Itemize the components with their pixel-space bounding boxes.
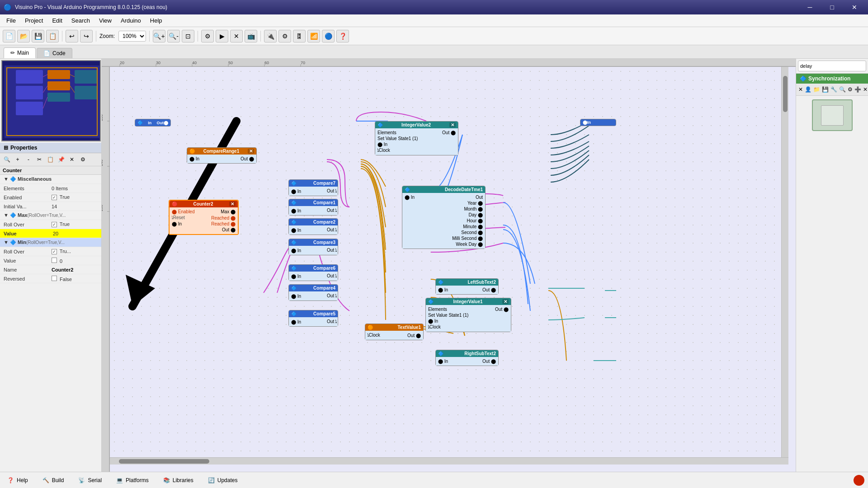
rp-delete-btn[interactable]: ✕ <box>863 84 868 94</box>
svg-rect-5 <box>47 70 70 79</box>
prop-settings-btn[interactable]: ⚙ <box>78 155 88 164</box>
prop-expand-btn[interactable]: + <box>13 155 23 164</box>
node-compare6[interactable]: 🔷 Compare6 ⬤ In Out 𝅘𝅥𝅮 <box>288 264 338 281</box>
node-integervalue2[interactable]: 🔷 IntegerValue2 ✕ Elements Out ⬤ Set Val… <box>375 121 458 155</box>
delete-button[interactable]: ✕ <box>230 30 243 42</box>
board-settings[interactable]: 🎛 <box>293 30 306 42</box>
zoom-select[interactable]: 100% 75% 50% 150% 200% <box>118 31 146 42</box>
min-rollover-checkbox[interactable] <box>52 249 57 254</box>
prop-paste-btn[interactable]: 📌 <box>56 155 66 164</box>
prop-collapse-btn[interactable]: - <box>24 155 33 164</box>
max-rollover-checkbox[interactable] <box>52 222 57 227</box>
arduino-select[interactable]: 🔌 <box>264 30 277 42</box>
new-button[interactable]: 📄 <box>3 30 15 42</box>
node-compare7[interactable]: 🔷 Compare7 ⬤ In Out 𝅘𝅥𝅮 <box>288 179 338 196</box>
rp-close-btn[interactable]: ✕ <box>798 84 803 94</box>
menu-project[interactable]: Project <box>20 15 47 26</box>
node-decodedatetime1[interactable]: 🔷 DecodeDateTme1 ⬤ In Out Year ⬤ Month ⬤ <box>402 186 486 249</box>
canvas-thumbnail[interactable] <box>1 60 101 141</box>
save-button[interactable]: 💾 <box>32 30 44 42</box>
redo-button[interactable]: ↪ <box>80 30 93 42</box>
prop-initial-value[interactable]: Initial Va... 14 <box>0 202 101 211</box>
node-leftsubtext2[interactable]: 🔷 LeftSubText2 ⬤ In Out ⬤ <box>435 278 499 295</box>
menu-search[interactable]: Search <box>67 15 94 26</box>
prop-max-rollover[interactable]: Roll Over True <box>0 220 101 229</box>
canvas-area[interactable]: 20 30 40 50 60 70 130 140 150 <box>102 59 796 472</box>
right-search-input[interactable] <box>798 61 866 71</box>
open-button[interactable]: 📂 <box>17 30 30 42</box>
canvas-content[interactable]: 🔷 In Out⬤ ⬤In 🟠 CompareRange1 ✕ <box>110 67 788 465</box>
zoom-out-button[interactable]: 🔍- <box>167 30 180 42</box>
upload-button[interactable]: ▶ <box>216 30 228 42</box>
maximize-button[interactable]: □ <box>822 0 842 14</box>
status-platforms[interactable]: 💻 Platforms <box>113 475 152 485</box>
svg-text:20: 20 <box>120 61 124 65</box>
prop-reversed[interactable]: Reversed False <box>0 274 101 283</box>
menu-edit[interactable]: Edit <box>47 15 66 26</box>
status-libraries[interactable]: 📚 Libraries <box>160 475 197 485</box>
prop-max-value[interactable]: Value 20 <box>0 229 101 238</box>
prop-max-section[interactable]: ▼ 🔷 Max (RollOver=True,V... <box>0 211 101 220</box>
minimize-button[interactable]: ─ <box>800 0 820 14</box>
status-stop-btn[interactable] <box>854 475 864 486</box>
node-compare5[interactable]: 🔷 Compare5 ⬤ In Out 𝅘𝅥𝅮 <box>288 310 338 327</box>
settings-button[interactable]: ⚙ <box>278 30 291 42</box>
tab-main[interactable]: ✏ Main <box>4 47 36 58</box>
menu-file[interactable]: File <box>2 15 20 26</box>
prop-enabled[interactable]: Enabled True <box>0 193 101 202</box>
prop-elements[interactable]: Elements 0 Items <box>0 184 101 193</box>
node-top-left[interactable]: 🔷 In Out⬤ <box>135 119 171 127</box>
vertical-scrollbar[interactable] <box>781 67 788 457</box>
wifi-button[interactable]: 📶 <box>307 30 320 42</box>
menu-arduino[interactable]: Arduino <box>116 15 146 26</box>
prop-min-rollover[interactable]: Roll Over Tru... <box>0 247 101 256</box>
rp-search-btn[interactable]: 🔍 <box>839 84 846 94</box>
reversed-checkbox[interactable] <box>52 276 57 281</box>
help-button[interactable]: ❓ <box>336 30 349 42</box>
node-compare1[interactable]: 🔷 Compare1 ⬤ In Out 𝅘𝅥𝅮 <box>288 199 338 216</box>
status-help[interactable]: ❓ Help <box>4 475 32 485</box>
rp-gear-btn[interactable]: ⚙ <box>847 84 853 94</box>
serial-monitor-button[interactable]: 📺 <box>245 30 257 42</box>
rp-save-btn[interactable]: 💾 <box>821 84 829 94</box>
node-top-right[interactable]: ⬤In <box>580 119 616 126</box>
zoom-in-button[interactable]: 🔍+ <box>153 30 165 42</box>
enabled-checkbox[interactable] <box>52 195 57 200</box>
horizontal-scrollbar[interactable] <box>110 457 788 465</box>
menu-view[interactable]: View <box>94 15 116 26</box>
node-compare3[interactable]: 🔷 Compare3 ⬤ In Out 𝅘𝅥𝅮 <box>288 239 338 255</box>
prop-miscellaneous[interactable]: ▼ 🔷 Miscellaneous <box>0 175 101 184</box>
bluetooth-button[interactable]: 🔵 <box>322 30 335 42</box>
rp-settings-btn[interactable]: 🔧 <box>830 84 838 94</box>
undo-button[interactable]: ↩ <box>66 30 78 42</box>
node-counter2[interactable]: 🔴 Counter2 ✕ ⬤ Enabled Max ⬤ 𝅘𝅥𝅮 Reset R… <box>169 200 239 235</box>
zoom-fit-button[interactable]: ⊡ <box>182 30 194 42</box>
node-textvalue1[interactable]: 🟠 TextValue1 𝅘𝅥𝅮 Clock Out ⬤ <box>365 324 424 340</box>
node-compare4[interactable]: 🔷 Compare4 ⬤ In Out 𝅘𝅥𝅮 <box>288 284 338 301</box>
rp-folder-btn[interactable]: 📁 <box>813 84 821 94</box>
compile-button[interactable]: ⚙ <box>201 30 214 42</box>
prop-cut-btn[interactable]: ✂ <box>34 155 44 164</box>
prop-min-section[interactable]: ▼ 🔷 Min (RollOver=True,V... <box>0 238 101 247</box>
rp-add-btn[interactable]: ➕ <box>854 84 862 94</box>
node-integervalue1[interactable]: 🔷 IntegerValue1 ✕ Elements Out ⬤ Set Val… <box>425 298 511 332</box>
prop-search-btn[interactable]: 🔍 <box>2 155 12 164</box>
close-button[interactable]: ✕ <box>844 0 864 14</box>
min-value-checkbox[interactable] <box>52 258 57 263</box>
scrollbar-thumb[interactable] <box>119 459 209 464</box>
prop-copy-btn[interactable]: 📋 <box>45 155 55 164</box>
node-rightsubtext2[interactable]: 🔷 RightSubText2 ⬤ In Out ⬤ <box>435 350 499 366</box>
menu-help[interactable]: Help <box>146 15 167 26</box>
status-build[interactable]: 🔨 Build <box>39 475 68 485</box>
node-comparerange1[interactable]: 🟠 CompareRange1 ✕ ⬤ In Out ⬤ <box>187 147 257 164</box>
prop-name[interactable]: Name Counter2 <box>0 265 101 274</box>
prop-delete-btn[interactable]: ✕ <box>67 155 77 164</box>
tab-code[interactable]: 📄 Code <box>37 48 72 58</box>
save-as-button[interactable]: 📋 <box>46 30 59 42</box>
status-updates[interactable]: 🔄 Updates <box>204 475 241 485</box>
rp-user-btn[interactable]: 👤 <box>804 84 812 94</box>
node-compare2[interactable]: 🔷 Compare2 ⬤ In Out 𝅘𝅥𝅮 <box>288 218 338 235</box>
prop-min-value[interactable]: Value 0 <box>0 256 101 265</box>
status-serial[interactable]: 📡 Serial <box>75 475 105 485</box>
scrollbar-thumb-v[interactable] <box>783 76 788 112</box>
